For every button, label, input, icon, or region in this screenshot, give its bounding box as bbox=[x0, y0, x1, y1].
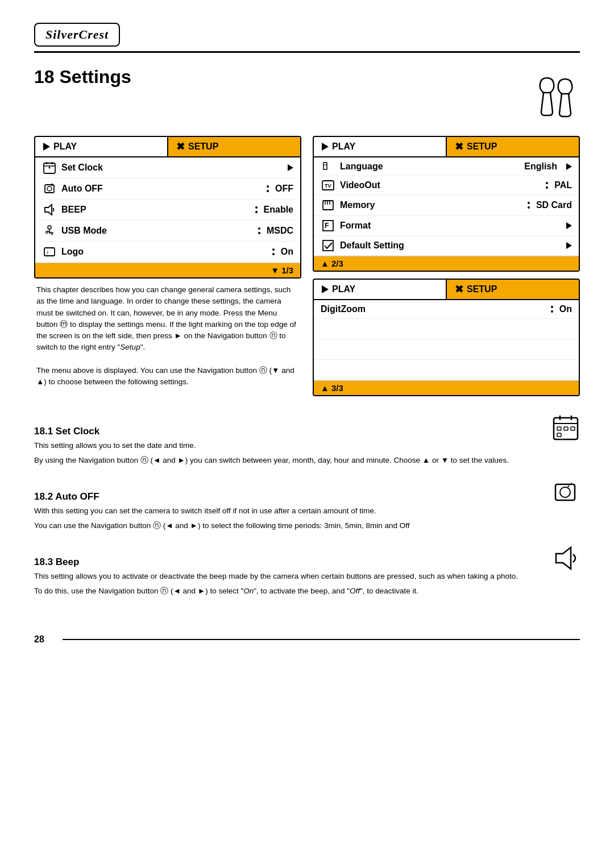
auto-off-value: OFF bbox=[275, 184, 293, 194]
play-arrow-icon bbox=[43, 143, 50, 151]
right-setup-icon-1: ✖ bbox=[455, 140, 463, 153]
digitzoom-colon bbox=[551, 304, 553, 314]
set-clock-arrow-icon bbox=[288, 164, 293, 171]
default-setting-arrow-icon bbox=[566, 242, 572, 249]
videoout-row: TV VideoOut PAL bbox=[314, 176, 579, 195]
auto-off-colon bbox=[267, 184, 269, 194]
empty-row-1 bbox=[314, 319, 579, 339]
section-set-clock-content: 18.1 Set Clock This setting allows you t… bbox=[34, 413, 542, 470]
default-setting-icon bbox=[321, 240, 335, 251]
auto-off-icon: z bbox=[42, 182, 57, 195]
format-icon: F bbox=[321, 220, 335, 231]
videoout-label: VideoOut bbox=[340, 180, 540, 190]
right-setup-tab-2: ✖ SETUP bbox=[447, 280, 579, 299]
logo-value: On bbox=[281, 247, 293, 257]
memory-label: Memory bbox=[340, 200, 521, 210]
left-page-indicator: ▼ 1/3 bbox=[35, 263, 300, 277]
setup-icon: ✖ bbox=[176, 140, 185, 153]
right-setup-tab-1: ✖ SETUP bbox=[447, 137, 579, 156]
left-play-label: PLAY bbox=[53, 142, 77, 152]
format-label: Format bbox=[340, 221, 557, 231]
memory-colon bbox=[528, 200, 530, 210]
svg-text:TV: TV bbox=[325, 183, 331, 189]
right-play-tab-1: PLAY bbox=[314, 137, 447, 156]
videoout-value: PAL bbox=[554, 180, 572, 190]
left-panel: PLAY ✖ SETUP Set Clock bbox=[34, 136, 301, 396]
logo-icon: ♪ bbox=[42, 246, 57, 258]
svg-point-6 bbox=[49, 167, 51, 169]
left-description-text: This chapter describes how you can chang… bbox=[34, 279, 301, 393]
digitzoom-label: DigitZoom bbox=[321, 304, 545, 314]
right-menu-2-header: PLAY ✖ SETUP bbox=[314, 280, 579, 300]
left-setup-label: SETUP bbox=[188, 142, 218, 152]
bottom-line: 28 bbox=[34, 634, 580, 645]
svg-rect-29 bbox=[323, 240, 333, 251]
language-arrow-icon bbox=[566, 163, 572, 170]
section-beep-content: 18.3 Beep This setting allows you to act… bbox=[34, 544, 542, 600]
right-menu-1-header: PLAY ✖ SETUP bbox=[314, 137, 579, 157]
right-play-label-2: PLAY bbox=[332, 284, 355, 294]
right-setup-label-1: SETUP bbox=[467, 142, 497, 152]
right-play-arrow-icon-1 bbox=[322, 143, 329, 151]
svg-point-12 bbox=[48, 226, 51, 229]
usb-mode-row: USB Mode MSDC bbox=[35, 221, 300, 242]
logo-colon bbox=[272, 247, 275, 257]
page-number: 28 bbox=[34, 634, 51, 645]
set-clock-text-2: By using the Navigation button ⓝ (◄ and … bbox=[34, 455, 542, 467]
main-content: PLAY ✖ SETUP Set Clock bbox=[34, 136, 580, 396]
set-clock-icon bbox=[42, 161, 57, 174]
tool-icon bbox=[534, 72, 580, 126]
empty-row-3 bbox=[314, 360, 579, 380]
beep-row: BEEP Enable bbox=[35, 200, 300, 221]
memory-value: SD Card bbox=[536, 200, 572, 210]
logo-row: ♪ Logo On bbox=[35, 242, 300, 263]
svg-rect-23 bbox=[323, 201, 333, 210]
format-row: F Format bbox=[314, 216, 579, 236]
left-menu-box: PLAY ✖ SETUP Set Clock bbox=[34, 136, 301, 279]
language-value: English bbox=[524, 161, 557, 172]
svg-marker-42 bbox=[556, 547, 571, 569]
logo-label: Logo bbox=[61, 247, 266, 257]
section-auto-off: 18.2 Auto OFF With this setting you can … bbox=[34, 479, 580, 535]
auto-off-heading: 18.2 Auto OFF bbox=[34, 491, 542, 502]
right-panel: PLAY ✖ SETUP Language English bbox=[313, 136, 580, 396]
auto-off-text-2: You can use the Navigation button ⓝ (◄ a… bbox=[34, 520, 542, 532]
right-menu-1-box: PLAY ✖ SETUP Language English bbox=[313, 136, 580, 272]
set-clock-label: Set Clock bbox=[61, 163, 279, 173]
set-clock-section-icon bbox=[551, 414, 580, 441]
auto-off-section-icon: zz bbox=[551, 480, 580, 506]
format-arrow-icon bbox=[566, 222, 572, 229]
right-menu-2-box: PLAY ✖ SETUP DigitZoom On ▲ 3 bbox=[313, 279, 580, 396]
left-menu-header: PLAY ✖ SETUP bbox=[35, 137, 300, 157]
svg-marker-11 bbox=[45, 205, 52, 215]
bottom-rule bbox=[63, 639, 580, 640]
empty-row-2 bbox=[314, 339, 579, 360]
set-clock-heading: 18.1 Set Clock bbox=[34, 426, 542, 437]
beep-colon bbox=[255, 205, 258, 215]
usb-colon bbox=[258, 226, 260, 236]
right-setup-icon-2: ✖ bbox=[455, 283, 463, 296]
page-title: 18 Settings bbox=[34, 67, 131, 88]
beep-value: Enable bbox=[264, 205, 293, 215]
language-row: Language English bbox=[314, 157, 579, 176]
svg-point-9 bbox=[47, 186, 52, 191]
auto-off-row: z Auto OFF OFF bbox=[35, 178, 300, 200]
svg-point-39 bbox=[560, 487, 570, 497]
svg-rect-16 bbox=[46, 231, 48, 233]
logo: SilverCrest bbox=[34, 23, 120, 47]
svg-rect-34 bbox=[557, 427, 561, 430]
set-clock-row: Set Clock bbox=[35, 157, 300, 178]
set-clock-text-1: This setting allows you to set the date … bbox=[34, 440, 542, 452]
videoout-colon bbox=[546, 180, 548, 190]
auto-off-label: Auto OFF bbox=[61, 184, 260, 194]
auto-off-text-1: With this setting you can set the camera… bbox=[34, 505, 542, 517]
usb-mode-value: MSDC bbox=[267, 226, 293, 236]
right-play-tab-2: PLAY bbox=[314, 280, 447, 299]
section-auto-off-content: 18.2 Auto OFF With this setting you can … bbox=[34, 479, 542, 535]
svg-rect-37 bbox=[557, 433, 561, 437]
beep-heading: 18.3 Beep bbox=[34, 556, 542, 568]
usb-icon bbox=[42, 225, 57, 237]
default-setting-row: Default Setting bbox=[314, 236, 579, 256]
svg-text:z: z bbox=[570, 481, 572, 485]
svg-rect-36 bbox=[571, 427, 575, 430]
